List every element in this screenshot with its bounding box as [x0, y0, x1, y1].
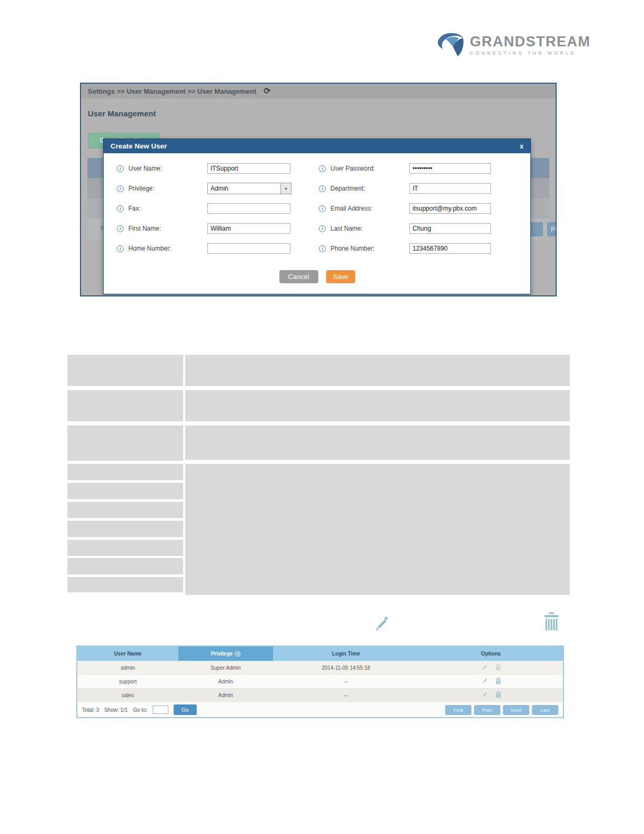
- logo-brand-text: GRANDSTREAM: [470, 34, 591, 49]
- column-header-options: Options: [419, 647, 563, 661]
- field-label: Email Address:: [330, 205, 409, 212]
- privilege-header-label: Privilege: [211, 651, 233, 657]
- breadcrumb[interactable]: Settings >> User Management >> User Mana…: [88, 87, 256, 95]
- info-icon: i: [319, 165, 326, 172]
- redacted-cell: [67, 521, 183, 537]
- redacted-cell: [67, 558, 183, 574]
- logo-tagline-text: CONNECTING THE WORLD: [470, 51, 591, 56]
- email-address-field[interactable]: [409, 203, 491, 214]
- first-page-button[interactable]: First: [445, 705, 471, 715]
- field-label: Privilege:: [128, 185, 207, 192]
- create-new-user-dialog: Create New User x i User Name: i User Pa…: [103, 138, 531, 294]
- privilege-cell: Super Admin: [178, 661, 273, 674]
- info-icon: i: [117, 205, 124, 212]
- user-password-field[interactable]: [409, 163, 491, 174]
- user-name-cell: sales: [77, 689, 178, 702]
- info-icon: i: [117, 185, 124, 192]
- info-icon: i: [319, 205, 326, 212]
- column-header-login-time: Login Time: [273, 647, 419, 661]
- fax-field[interactable]: [207, 203, 290, 214]
- redacted-cell: [67, 355, 183, 386]
- table-row: admin Super Admin 2014-11-05 14:55:18: [77, 661, 563, 674]
- field-label: First Name:: [128, 225, 207, 232]
- dropdown-arrow-icon[interactable]: ▼: [280, 183, 291, 194]
- user-name-cell: support: [77, 675, 178, 688]
- privilege-cell: Admin: [178, 689, 273, 702]
- login-time-cell: --: [273, 675, 419, 688]
- field-label: User Password:: [330, 165, 409, 172]
- settings-screenshot: Settings >> User Management >> User Mana…: [80, 83, 557, 296]
- go-button[interactable]: Go: [174, 704, 197, 715]
- login-time-cell: 2014-11-05 14:55:18: [273, 661, 419, 674]
- dialog-body: i User Name: i User Password: i Privileg…: [104, 153, 530, 283]
- field-label: Home Number:: [128, 245, 207, 252]
- next-page-button[interactable]: Next: [503, 705, 529, 715]
- grandstream-logo: GRANDSTREAM CONNECTING THE WORLD: [436, 31, 591, 59]
- user-table-header: User Name Privilege ▾ Login Time Options: [77, 647, 563, 661]
- document-page: GRANDSTREAM CONNECTING THE WORLD Setting…: [0, 0, 644, 834]
- info-icon: i: [319, 245, 326, 252]
- field-label: Fax:: [128, 205, 207, 212]
- grandstream-swoosh-icon: [436, 31, 465, 59]
- sort-icon[interactable]: ▾: [235, 651, 240, 657]
- table-row: support Admin --: [77, 674, 563, 688]
- edit-pencil-icon: [371, 614, 391, 636]
- save-button[interactable]: Save: [326, 270, 355, 283]
- edit-pencil-icon[interactable]: [481, 678, 488, 686]
- dialog-titlebar: Create New User x: [104, 139, 530, 153]
- table-footer: Total: 3 Show: 1/1 Go to: Go First Prev …: [77, 702, 563, 717]
- total-count: Total: 3: [82, 707, 99, 713]
- user-list-screenshot: User Name Privilege ▾ Login Time Options…: [76, 646, 564, 718]
- goto-label: Go to:: [133, 707, 147, 713]
- redacted-cell: [67, 540, 183, 556]
- redacted-cell: [67, 464, 183, 480]
- edit-pencil-icon[interactable]: [481, 664, 488, 672]
- delete-trash-icon[interactable]: [495, 664, 501, 672]
- privilege-select[interactable]: Admin ▼: [207, 183, 291, 194]
- home-number-field[interactable]: [207, 243, 290, 254]
- redacted-cell: [185, 390, 570, 421]
- delete-trash-icon[interactable]: [495, 678, 501, 686]
- page-indicator: Show: 1/1: [104, 707, 127, 713]
- redacted-cell: [185, 425, 570, 460]
- redacted-cell: [185, 464, 570, 595]
- department-field[interactable]: [409, 183, 491, 194]
- cancel-button[interactable]: Cancel: [279, 270, 318, 283]
- login-time-cell: --: [273, 689, 419, 702]
- prev-page-button[interactable]: Prev: [474, 705, 500, 715]
- dialog-title: Create New User: [110, 142, 167, 150]
- info-icon: i: [117, 225, 124, 232]
- redacted-cell: [185, 355, 570, 386]
- edit-pencil-icon[interactable]: [481, 691, 488, 699]
- page-title: User Management: [88, 109, 156, 118]
- close-icon[interactable]: x: [520, 142, 524, 150]
- options-cell: [419, 675, 563, 688]
- user-name-field[interactable]: [207, 163, 290, 174]
- user-name-cell: admin: [77, 661, 178, 674]
- column-header-user-name: User Name: [77, 647, 178, 661]
- field-label: Last Name:: [330, 225, 409, 232]
- privilege-selected-value: Admin: [210, 185, 228, 192]
- table-row: sales Admin --: [77, 688, 563, 702]
- privilege-cell: Admin: [178, 675, 273, 688]
- phone-number-field[interactable]: [409, 243, 491, 254]
- redacted-cell: [67, 483, 183, 499]
- redacted-cell: [67, 425, 183, 461]
- goto-page-input[interactable]: [153, 706, 168, 714]
- prev-button-partial[interactable]: Prev: [547, 222, 557, 236]
- options-cell: [419, 661, 563, 674]
- last-page-button[interactable]: Last: [532, 705, 558, 715]
- redacted-cell: [67, 390, 183, 421]
- field-label: User Name:: [128, 165, 207, 172]
- field-label: Department:: [330, 185, 409, 192]
- last-name-field[interactable]: [409, 223, 491, 234]
- column-header-privilege[interactable]: Privilege ▾: [178, 647, 273, 661]
- redacted-cell: [67, 577, 183, 592]
- first-name-field[interactable]: [207, 223, 290, 234]
- field-label: Phone Number:: [330, 245, 409, 252]
- delete-trash-icon[interactable]: [495, 691, 501, 699]
- refresh-icon[interactable]: ⟳: [264, 87, 270, 95]
- info-icon: i: [319, 225, 326, 232]
- redacted-cell: [67, 502, 183, 518]
- breadcrumb-bar: Settings >> User Management >> User Mana…: [81, 84, 556, 98]
